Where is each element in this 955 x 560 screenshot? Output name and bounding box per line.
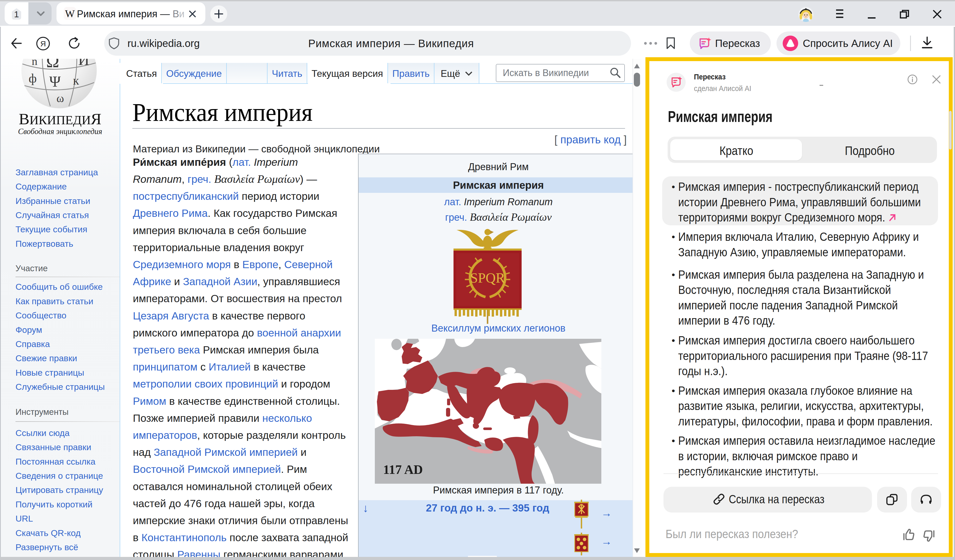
svg-text:ф: ф [29,72,37,85]
svg-text:И: И [78,59,89,68]
svg-text:1: 1 [14,9,19,19]
svg-text:Ψ: Ψ [49,73,61,90]
svg-text:SPQR: SPQR [470,270,505,285]
svg-text:ω: ω [56,92,64,105]
svg-text:Ω: Ω [46,59,59,71]
svg-text:117 AD: 117 AD [383,462,423,477]
svg-text:ñ: ñ [32,59,38,67]
svg-text:к: к [73,73,79,87]
svg-text:Я: Я [40,39,46,48]
